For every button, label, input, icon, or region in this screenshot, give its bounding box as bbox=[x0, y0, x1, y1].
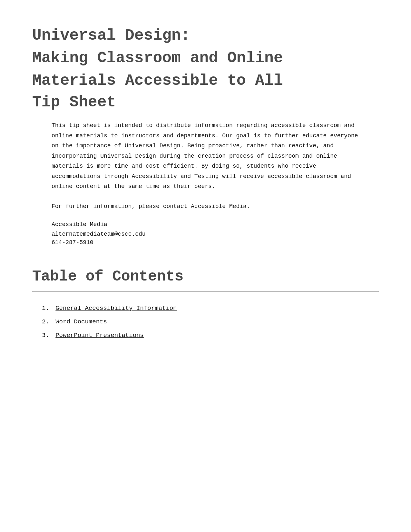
toc-link-1[interactable]: General Accessibility Information bbox=[55, 305, 177, 312]
title-line4: Tip Sheet bbox=[32, 94, 379, 111]
toc-divider bbox=[32, 291, 379, 292]
contact-intro-text: For further information, please contact … bbox=[52, 202, 359, 212]
toc-item-1: 1. General Accessibility Information bbox=[42, 302, 379, 315]
phone-number: 614-287-5910 bbox=[52, 239, 93, 246]
intro-text-after-underline: , and incorporating Universal Design dur… bbox=[52, 143, 351, 190]
toc-number-3: 3. bbox=[42, 332, 49, 339]
title-line1: Universal Design: bbox=[32, 26, 379, 45]
toc-list: 1. General Accessibility Information 2. … bbox=[42, 302, 379, 342]
main-title-block: Universal Design: Making Classroom and O… bbox=[32, 26, 379, 111]
intro-block: This tip sheet is intended to distribute… bbox=[52, 121, 359, 192]
intro-paragraph1: This tip sheet is intended to distribute… bbox=[52, 121, 359, 192]
org-name: Accessible Media bbox=[52, 221, 359, 228]
toc-item-3: 3. PowerPoint Presentations bbox=[42, 329, 379, 342]
toc-item-2: 2. Word Documents bbox=[42, 315, 379, 329]
toc-number-2: 2. bbox=[42, 318, 49, 325]
toc-heading: Table of Contents bbox=[32, 268, 379, 285]
intro-underline-phrase: Being proactive, rather than reactive bbox=[187, 143, 316, 149]
contact-block: For further information, please contact … bbox=[52, 202, 359, 246]
title-line3: Materials Accessible to All bbox=[32, 71, 379, 90]
toc-link-3[interactable]: PowerPoint Presentations bbox=[55, 332, 144, 339]
toc-section: Table of Contents 1. General Accessibili… bbox=[32, 268, 379, 342]
toc-number-1: 1. bbox=[42, 305, 49, 312]
toc-link-2[interactable]: Word Documents bbox=[55, 318, 107, 325]
title-line2: Making Classroom and Online bbox=[32, 48, 379, 68]
email-link[interactable]: alternatemediateam@cscc.edu bbox=[52, 231, 359, 237]
